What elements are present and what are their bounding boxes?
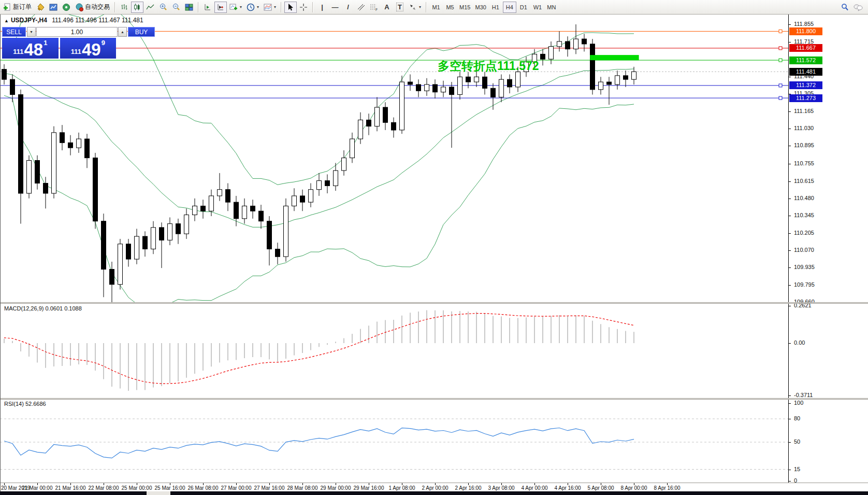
chat-button[interactable] <box>851 2 865 13</box>
tab-timeframe-w1[interactable]: W1 <box>531 2 544 13</box>
toolbar-separator <box>114 2 115 12</box>
periods-button[interactable]: ▾ <box>244 2 261 13</box>
crosshair-icon <box>299 3 308 11</box>
time-axis-label: 2 Apr 16:00 <box>455 485 481 491</box>
auto-trading-button[interactable]: 自动交易 <box>73 2 112 13</box>
tab-timeframe-m1[interactable]: M1 <box>429 2 443 13</box>
indicators-icon <box>264 3 272 11</box>
line-chart-button[interactable] <box>144 2 156 13</box>
panel-splitter[interactable] <box>0 398 868 400</box>
zoom-out-button[interactable] <box>170 2 182 13</box>
time-axis-label: 8 Apr 00:00 <box>620 485 647 491</box>
tab-timeframe-mn[interactable]: MN <box>545 2 558 13</box>
candle-chart-button[interactable] <box>131 2 143 13</box>
time-axis-label: 5 Apr 08:00 <box>587 485 614 491</box>
bottom-edge <box>0 491 868 495</box>
rsi-label: RSI(14) 52.6686 <box>4 401 46 407</box>
chevron-down-icon: ▾ <box>240 5 242 9</box>
time-axis-label: 2 Apr 00:00 <box>422 485 448 491</box>
price-axis[interactable]: 111.855111.715111.440111.305111.165111.0… <box>788 15 868 483</box>
chart-title: ▲USDJPY-,H4 111.496 111.496 111.467 111.… <box>4 17 143 24</box>
chevron-down-icon: ▾ <box>419 5 421 9</box>
chart-profile-icon <box>49 3 57 11</box>
one-click-trading-panel: SELL ▼ ▲ BUY 111 48 1 111 49 9 <box>2 27 116 59</box>
main-toolbar: 新订单 自动交易 <box>0 0 868 15</box>
pivot-annotation: 多空转折点111.572 <box>438 58 539 74</box>
volume-increase-button[interactable]: ▲ <box>118 27 127 37</box>
chevron-down-icon: ▾ <box>257 5 259 9</box>
zoom-in-icon <box>159 3 167 11</box>
tab-timeframe-m5[interactable]: M5 <box>443 2 457 13</box>
time-axis-label: 22 Mar 08:00 <box>89 485 119 491</box>
tab-timeframe-m30[interactable]: M30 <box>473 2 488 13</box>
collapse-arrow-icon[interactable]: ▲ <box>4 18 9 23</box>
trendline-button[interactable]: / <box>342 2 354 13</box>
chart-shift-button[interactable] <box>214 2 227 13</box>
time-axis-label: 29 Mar 16:00 <box>354 485 384 491</box>
crosshair-button[interactable] <box>297 2 310 13</box>
volume-decrease-button[interactable]: ▼ <box>27 27 36 37</box>
tab-timeframe-h1[interactable]: H1 <box>489 2 502 13</box>
line-chart-icon <box>146 3 154 11</box>
rsi-chart[interactable] <box>0 400 788 483</box>
time-axis[interactable]: 20 Mar 201921 Mar 00:0021 Mar 16:0022 Ma… <box>0 483 868 491</box>
zoom-in-button[interactable] <box>157 2 169 13</box>
eraser-icon <box>36 3 45 11</box>
auto-trading-icon <box>75 3 83 11</box>
time-axis-label: 4 Apr 00:00 <box>521 485 547 491</box>
tile-windows-icon <box>185 3 193 11</box>
mt4-terminal-window: 新订单 自动交易 <box>0 0 868 495</box>
channel-button[interactable] <box>355 2 367 13</box>
time-axis-label: 3 Apr 08:00 <box>488 485 514 491</box>
fibonacci-button[interactable]: F <box>368 2 380 13</box>
new-order-label: 新订单 <box>13 3 32 11</box>
text-button[interactable]: A <box>381 2 393 13</box>
eraser-button[interactable] <box>34 2 47 13</box>
buy-price-prefix: 111 <box>71 48 81 55</box>
bar-chart-button[interactable] <box>118 2 131 13</box>
indicators-button[interactable]: ▾ <box>262 2 278 13</box>
horizontal-line-button[interactable]: — <box>329 2 341 13</box>
macd-chart[interactable] <box>0 304 788 398</box>
chart-profile-button[interactable] <box>47 2 60 13</box>
buy-button[interactable]: BUY <box>128 27 155 37</box>
price-chart[interactable] <box>0 15 788 303</box>
buy-price-sup: 9 <box>102 39 105 47</box>
buy-price-box[interactable]: 111 49 9 <box>60 38 117 59</box>
toolbar-separator <box>426 2 427 12</box>
toolbar-separator <box>312 2 313 12</box>
volume-input[interactable] <box>36 27 118 37</box>
time-axis-label: 26 Mar 08:00 <box>188 485 219 491</box>
signal-button[interactable] <box>60 2 73 13</box>
zoom-out-icon <box>172 3 180 11</box>
cursor-button[interactable] <box>284 2 297 13</box>
arrows-button[interactable]: ▾ <box>407 2 423 13</box>
text-label-icon: T <box>396 3 403 11</box>
text-icon: A <box>384 3 389 11</box>
bar-chart-icon <box>120 3 128 11</box>
signal-icon <box>62 3 70 11</box>
text-label-button[interactable]: T <box>394 2 406 13</box>
chat-icon <box>853 3 863 11</box>
sell-price-big: 48 <box>24 42 43 58</box>
panel-splitter[interactable] <box>0 302 868 304</box>
toolbar-separator <box>281 2 282 12</box>
tab-timeframe-d1[interactable]: D1 <box>517 2 530 13</box>
tab-timeframe-m15[interactable]: M15 <box>457 2 472 13</box>
new-chart-button[interactable]: ▾ <box>227 2 244 13</box>
time-axis-label: 28 Mar 08:00 <box>287 485 318 491</box>
sell-button[interactable]: SELL <box>2 27 26 37</box>
sell-price-sup: 1 <box>44 39 47 47</box>
search-button[interactable] <box>838 2 851 13</box>
clock-icon <box>247 3 255 11</box>
new-order-button[interactable]: 新订单 <box>1 2 34 13</box>
sell-price-box[interactable]: 111 48 1 <box>2 38 59 59</box>
time-axis-label: 4 Apr 16:00 <box>554 485 581 491</box>
scroll-to-end-button[interactable] <box>201 2 214 13</box>
bottom-edge-gap <box>147 491 170 495</box>
arrows-icon <box>409 3 417 11</box>
vertical-line-button[interactable]: | <box>316 2 328 13</box>
time-axis-label: 27 Mar 16:00 <box>254 485 285 491</box>
tile-windows-button[interactable] <box>183 2 195 13</box>
tab-timeframe-h4[interactable]: H4 <box>503 2 516 13</box>
